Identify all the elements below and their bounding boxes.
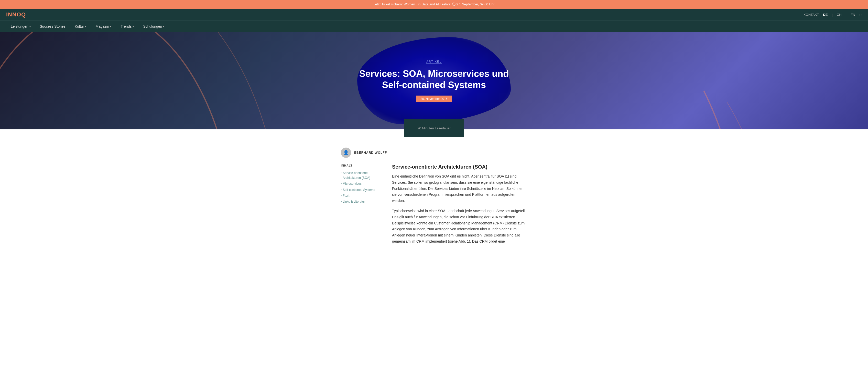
logo[interactable]: INNOQ (6, 11, 26, 18)
banner-link[interactable]: 27. September, 09:00 Uhr (456, 2, 494, 6)
article-para2: Typischerweise wird in einer SOA-Landsch… (392, 208, 527, 245)
lang-sep2: | (846, 13, 846, 17)
toc-item-5[interactable]: › Links & Literatur (341, 199, 382, 205)
lang-en[interactable]: EN (850, 13, 855, 17)
toc-item-3[interactable]: › Self-contained Systems (341, 187, 382, 193)
chevron-down-icon: ▾ (29, 25, 31, 28)
sidebar-toc: INHALT › Service-orientierte Architektur… (341, 164, 382, 205)
search-icon[interactable]: ⌕ (859, 12, 862, 17)
avatar: 👤 (341, 148, 351, 158)
toc-label-5: Links & Literatur (343, 199, 365, 204)
nav-kultur[interactable]: Kultur ▾ (70, 21, 91, 32)
hero: ARTIKEL Services: SOA, Microservices und… (0, 32, 868, 130)
hero-title: Services: SOA, Microservices und Self-co… (357, 68, 511, 90)
toc-dot-2: › (341, 182, 342, 186)
chevron-down-icon5: ▾ (163, 25, 164, 28)
hero-label: ARTIKEL (426, 60, 442, 64)
main-content: 👤 EBERHARD WOLFF INHALT › Service-orient… (337, 148, 531, 264)
hero-content: ARTIKEL Services: SOA, Microservices und… (347, 59, 521, 102)
section1-title: Service-orientierte Architekturen (SOA) (392, 164, 527, 170)
svg-point-0 (0, 32, 235, 130)
date-badge: 30. November 2016 (416, 95, 452, 102)
toc-label-1: Service-orientierte Architekturen (SOA) (343, 171, 382, 180)
chevron-down-icon2: ▾ (85, 25, 86, 28)
article-para1: Eine einheitliche Definition von SOA gib… (392, 173, 527, 204)
chevron-down-icon3: ▾ (110, 25, 111, 28)
toc-item-1[interactable]: › Service-orientierte Architekturen (SOA… (341, 170, 382, 181)
reading-time: 20 Minuten Lesedauer (417, 126, 451, 130)
toc-dot-3: › (341, 188, 342, 192)
toc-label-3: Self-contained Systems (343, 188, 375, 192)
date-badge-area: 30. November 2016 (357, 95, 511, 102)
header-right: KONTAKT DE | CH | EN ⌕ (804, 12, 862, 17)
toc-dot-5: › (341, 200, 342, 204)
toc-dot-4: › (341, 194, 342, 198)
toc-label-4: Fazit (343, 194, 349, 198)
nav-success-stories[interactable]: Success Stories (35, 21, 70, 32)
svg-point-1 (0, 32, 281, 130)
author-name: EBERHARD WOLFF (354, 151, 387, 154)
lang-sep: | (832, 13, 832, 17)
nav-magazin[interactable]: Magazin ▾ (91, 21, 116, 32)
lang-de[interactable]: DE (823, 13, 828, 17)
reading-card-wrapper: 20 Minuten Lesedauer (0, 130, 868, 137)
toc-label-2: Microservices (343, 181, 361, 186)
nav-leistungen[interactable]: Leistungen ▾ (6, 21, 35, 32)
article-layout: INHALT › Service-orientierte Architektur… (341, 164, 527, 249)
nav-trends[interactable]: Trends ▾ (116, 21, 138, 32)
banner-text: Jetzt Ticket sichern: Women+ in Data and… (374, 2, 457, 6)
main-nav: Leistungen ▾ Success Stories Kultur ▾ Ma… (0, 21, 868, 32)
reading-card: 20 Minuten Lesedauer (404, 119, 464, 137)
toc-title: INHALT (341, 164, 382, 167)
logo-main: INNO (6, 11, 21, 18)
avatar-icon: 👤 (343, 150, 349, 155)
nav-schulungen[interactable]: Schulungen ▾ (138, 21, 169, 32)
logo-accent: Q (21, 11, 26, 18)
toc-item-2[interactable]: › Microservices (341, 181, 382, 187)
header: INNOQ KONTAKT DE | CH | EN ⌕ (0, 9, 868, 21)
article-body: Service-orientierte Architekturen (SOA) … (392, 164, 527, 249)
reading-line: 20 Minuten Lesedauer (414, 126, 454, 130)
toc-item-4[interactable]: › Fazit (341, 193, 382, 199)
author-row: 👤 EBERHARD WOLFF (341, 148, 527, 158)
kontakt-link[interactable]: KONTAKT (804, 13, 819, 17)
lang-ch[interactable]: CH (837, 13, 842, 17)
top-banner: Jetzt Ticket sichern: Women+ in Data and… (0, 0, 868, 9)
chevron-down-icon4: ▾ (132, 25, 134, 28)
toc-dot-1: › (341, 171, 342, 175)
